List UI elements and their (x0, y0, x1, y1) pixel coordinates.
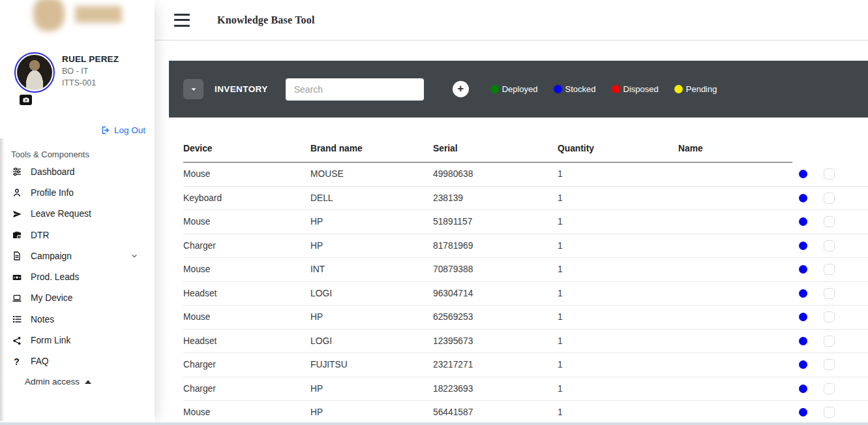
inventory-dropdown-button[interactable] (183, 79, 203, 99)
chevron-down-icon (130, 252, 138, 260)
sidebar-item-label: Profile Info (31, 188, 138, 198)
row-checkbox[interactable] (824, 240, 835, 251)
column-header-serial: Serial (433, 144, 558, 153)
table-header-row: DeviceBrand nameSerialQuantityName (183, 134, 868, 163)
table-row: HeadsetLOGI123956731 (183, 330, 868, 354)
status-dot-stocked (799, 408, 807, 417)
device-cell: Charger (183, 360, 310, 370)
sidebar-item-form-link[interactable]: Form Link (0, 330, 155, 351)
sidebar-item-label: Leave Request (31, 209, 138, 219)
status-dot-stocked (799, 289, 807, 298)
serial-cell: 70879388 (433, 264, 558, 274)
sidebar-item-leave-request[interactable]: Leave Request (0, 204, 155, 225)
list-icon (11, 314, 22, 325)
status-dot-stocked (799, 217, 807, 226)
legend-dot-stocked (554, 85, 562, 93)
table-row: MouseHP625692531 (183, 306, 868, 330)
status-dot-stocked (799, 360, 807, 369)
sidebar-item-label: Form Link (31, 336, 138, 345)
device-cell: Keyboard (183, 193, 310, 203)
sidebar-item-my-device[interactable]: My Device (0, 288, 155, 309)
status-dot-stocked (799, 194, 807, 202)
serial-cell: 12395673 (433, 336, 558, 346)
quantity-cell: 1 (558, 264, 678, 274)
legend-item-stocked: Stocked (554, 84, 596, 94)
sidebar: RUEL PEREZ BO - IT ITTS-001 Log Out Tool… (0, 0, 155, 425)
company-logo (0, 0, 155, 38)
avatar-photo (17, 55, 52, 90)
hamburger-icon (174, 14, 190, 16)
device-cell: Headset (183, 336, 310, 346)
serial-cell: 62569253 (433, 312, 558, 322)
sliders-icon (11, 166, 22, 178)
page-title: Knowledge Base Tool (217, 14, 315, 26)
device-cell: Mouse (183, 407, 310, 417)
share-icon (11, 335, 22, 346)
device-cell: Charger (183, 241, 310, 251)
table-row: MouseMOUSE499806381 (183, 163, 868, 187)
sidebar-item-notes[interactable]: Notes (0, 309, 155, 330)
camera-button[interactable] (20, 95, 32, 105)
brand-cell: INT (310, 264, 433, 274)
chevron-down-icon (189, 85, 198, 94)
legend-dot-disposed (612, 85, 620, 93)
serial-cell: 51891157 (433, 217, 558, 227)
row-checkbox[interactable] (824, 311, 835, 323)
legend-label: Deployed (502, 84, 538, 94)
quantity-cell: 1 (558, 407, 678, 417)
brand-cell: HP (310, 312, 433, 322)
send-icon (11, 208, 22, 219)
row-checkbox[interactable] (824, 407, 835, 418)
quantity-cell: 1 (558, 241, 678, 251)
table-body: MouseMOUSE499806381KeyboardDELL2381391Mo… (183, 163, 868, 425)
row-checkbox[interactable] (824, 383, 835, 394)
serial-cell: 96304714 (433, 289, 558, 298)
laptop-icon (11, 292, 22, 304)
sidebar-item-profile-info[interactable]: Profile Info (0, 182, 155, 203)
avatar (14, 52, 55, 93)
status-dot-stocked (799, 170, 807, 178)
logout-label: Log Out (114, 125, 145, 135)
add-item-button[interactable]: + (453, 81, 469, 97)
row-checkbox[interactable] (824, 193, 835, 204)
row-checkbox[interactable] (824, 359, 835, 370)
row-checkbox[interactable] (824, 168, 835, 180)
hamburger-menu-button[interactable] (174, 14, 191, 27)
sidebar-item-prod-leads[interactable]: Prod. Leads (0, 266, 155, 287)
brand-cell: HP (310, 241, 433, 251)
brand-cell: HP (310, 407, 433, 417)
logout-icon (100, 125, 110, 135)
app-window: RUEL PEREZ BO - IT ITTS-001 Log Out Tool… (0, 0, 868, 425)
money-icon (11, 272, 22, 283)
serial-cell: 238139 (433, 193, 558, 203)
brand-cell: DELL (310, 193, 433, 203)
row-checkbox[interactable] (824, 336, 835, 347)
column-header-brand-name: Brand name (310, 144, 433, 153)
quantity-cell: 1 (558, 312, 678, 322)
sidebar-item-campaign[interactable]: Campaign (0, 245, 155, 266)
sidebar-item-dashboard[interactable]: Dashboard (0, 161, 155, 182)
table-row: ChargerHP817819691 (183, 234, 868, 259)
sidebar-item-dtr[interactable]: DTR (0, 225, 155, 245)
row-checkbox[interactable] (824, 216, 835, 227)
sidebar-item-faq[interactable]: ?FAQ (0, 351, 155, 372)
legend-item-disposed: Disposed (612, 84, 659, 94)
logout-link[interactable]: Log Out (100, 125, 145, 135)
admin-access-toggle[interactable]: Admin access (25, 377, 91, 386)
legend-dot-deployed (490, 85, 499, 93)
row-checkbox[interactable] (824, 288, 835, 299)
briefcase-clock-icon (11, 230, 22, 241)
company-logo-emblem (33, 0, 65, 31)
admin-access-label: Admin access (25, 377, 80, 386)
sidebar-menu: DashboardProfile InfoLeave RequestDTRCam… (0, 161, 155, 372)
sidebar-item-label: Dashboard (31, 167, 138, 177)
horizontal-scrollbar[interactable] (0, 422, 868, 425)
row-checkbox[interactable] (824, 264, 835, 275)
table-row: ChargerHP182236931 (183, 377, 868, 401)
search-input[interactable] (286, 78, 424, 101)
sidebar-section-label: Tools & Components (11, 150, 89, 159)
brand-cell: LOGI (310, 336, 433, 346)
sidebar-scrollbar[interactable] (0, 138, 5, 421)
quantity-cell: 1 (558, 169, 678, 179)
inventory-table: DeviceBrand nameSerialQuantityName Mouse… (183, 134, 868, 425)
